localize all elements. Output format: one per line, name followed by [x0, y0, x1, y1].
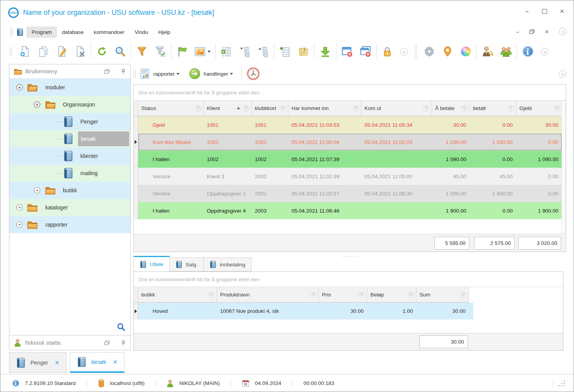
horizontal-splitter[interactable] — [133, 252, 566, 256]
column-header-betalt[interactable]: betalt — [470, 101, 516, 116]
group-by-band[interactable]: Dra en kolonneoverskrift hit for å grupp… — [134, 85, 566, 101]
column-list-button[interactable] — [217, 43, 236, 60]
close-window-button[interactable] — [338, 43, 356, 60]
column-filter-icon[interactable] — [460, 292, 467, 298]
cell-inn[interactable]: 05.04.2021 11:07:39 — [288, 151, 361, 168]
float-panel-icon[interactable] — [104, 69, 110, 74]
cell-ut[interactable] — [361, 151, 432, 168]
column-filter-icon[interactable] — [461, 105, 467, 112]
mdi-restore-button[interactable] — [529, 29, 535, 34]
tab-utleie[interactable]: Utleie — [133, 256, 170, 271]
cell-status[interactable]: Venstre — [138, 185, 204, 202]
detail-row-selected[interactable]: Hoved 10067 Noe produkt 4, stk 30.00 1.0… — [134, 303, 473, 319]
tab-innbetaling[interactable]: innbetaling — [204, 257, 251, 271]
cell-status[interactable]: Kom ikke tilbake — [138, 133, 204, 151]
column-header-kom-ut[interactable]: Kom ut — [361, 101, 432, 116]
cell-betalt[interactable]: 0.00 — [470, 151, 516, 168]
cell-klubbkort[interactable]: 1001 — [252, 116, 288, 133]
pin-panel-icon[interactable] — [121, 340, 126, 346]
resize-grip-icon[interactable] — [558, 380, 565, 387]
cell-klubbkort[interactable]: 1002 — [252, 151, 288, 168]
column-filter-icon[interactable] — [208, 292, 215, 298]
column-filter-icon[interactable] — [310, 292, 316, 298]
column-filter-icon[interactable] — [359, 292, 365, 298]
tree-item-klienter[interactable]: klienter — [9, 147, 130, 165]
cell-a-betale[interactable]: 1 090.00 — [432, 151, 470, 168]
cell-a-betale[interactable]: 45.00 — [432, 168, 470, 185]
tree-item-kataloger[interactable]: kataloger — [9, 199, 130, 216]
cell-ut[interactable]: 05.04.2021 11:05:00 — [361, 168, 432, 185]
column-filter-icon[interactable] — [280, 105, 286, 112]
schedule-button[interactable] — [247, 67, 260, 80]
column-header-a-betale[interactable]: Å betale — [432, 101, 470, 116]
close-tab-icon[interactable] — [113, 359, 117, 365]
collapse-tree-button[interactable] — [236, 43, 254, 60]
tree-item-penger[interactable]: Penger — [9, 113, 130, 130]
cell-ut[interactable]: 05.04.2021 11:02:03 — [361, 133, 432, 151]
menu-database[interactable]: database — [57, 27, 89, 38]
cell-klubbkort[interactable]: 2001 — [252, 185, 288, 202]
cell-inn[interactable]: 05.04.2021 11:03:53 — [288, 116, 361, 133]
table-row[interactable]: Venstre Klient 3 2002 05.04.2021 11:02:3… — [134, 168, 566, 185]
cell-betalt[interactable]: 0.00 — [470, 202, 516, 219]
edit-record-button[interactable] — [52, 43, 71, 60]
expand-tree-button[interactable] — [254, 43, 272, 60]
menu-vindu[interactable]: Vindu — [130, 27, 153, 38]
notes-button[interactable] — [294, 43, 313, 60]
menu-hjelp[interactable]: Hjelp — [153, 27, 175, 38]
cell-butikk[interactable]: Hoved — [138, 303, 217, 319]
close-tab-icon[interactable] — [55, 360, 59, 366]
cell-gjeld[interactable]: 1 900.00 — [516, 202, 562, 219]
cell-betalt[interactable]: 45.00 — [470, 168, 516, 185]
cell-ut[interactable]: 05.04.2021 11:06:30 — [361, 185, 432, 202]
support-panel-header[interactable]: Teknisk støtte — [9, 335, 130, 350]
column-header-butikk[interactable]: butikk — [138, 287, 217, 303]
close-all-windows-button[interactable] — [356, 43, 375, 60]
vertical-scrollbar[interactable] — [562, 101, 565, 233]
tree-item-organisasjon[interactable]: Organisasjon — [9, 96, 130, 113]
apply-filter-button[interactable] — [151, 43, 169, 60]
lock-button[interactable] — [378, 43, 396, 60]
column-header-status[interactable]: Status — [138, 101, 204, 116]
column-filter-icon[interactable] — [508, 105, 514, 112]
column-header-pris[interactable]: Pris — [319, 287, 367, 303]
collapse-node-icon[interactable] — [34, 101, 41, 108]
cell-status[interactable]: I hallen — [138, 151, 204, 168]
cell-ut[interactable]: 05.04.2021 11:05:34 — [361, 116, 432, 133]
cell-sum[interactable]: 30.00 — [416, 303, 469, 319]
cell-belop[interactable]: 1.00 — [367, 303, 416, 319]
column-header-gjeld[interactable]: Gjeld — [516, 101, 562, 116]
toolbar-overflow-icon[interactable] — [400, 48, 408, 55]
expand-node-icon[interactable] — [16, 204, 23, 211]
pin-panel-icon[interactable] — [121, 69, 126, 74]
search-button[interactable] — [111, 43, 129, 60]
cell-pris[interactable]: 30.00 — [319, 303, 367, 319]
tree-item-mailing[interactable]: mailing — [9, 165, 130, 182]
settings-button[interactable] — [420, 43, 438, 60]
cell-klubbkort[interactable]: 2002 — [252, 168, 288, 185]
export-button[interactable] — [316, 43, 334, 60]
close-button[interactable] — [559, 8, 565, 14]
filter-button[interactable] — [133, 43, 151, 60]
cell-betalt[interactable]: 0.00 — [470, 116, 516, 133]
cell-inn[interactable]: 05.04.2021 11:06:46 — [288, 202, 361, 219]
column-header-klubbkort[interactable]: klubbkort — [252, 101, 288, 116]
cell-klient[interactable]: 1001 — [204, 116, 252, 133]
column-header-klient[interactable]: Klient — [204, 101, 252, 116]
cell-klient[interactable]: Klient 3 — [204, 168, 252, 185]
column-filter-icon[interactable] — [408, 292, 414, 298]
cell-klubbkort[interactable]: 2003 — [252, 202, 288, 219]
add-row-button[interactable] — [276, 43, 294, 60]
column-filter-icon[interactable] — [353, 105, 359, 112]
column-filter-icon[interactable] — [195, 105, 201, 112]
toolbar-overflow-icon[interactable] — [559, 70, 566, 78]
window-tab-penger[interactable]: Penger — [9, 352, 67, 373]
cell-status[interactable]: Venstre — [138, 168, 204, 185]
menu-kommandoer[interactable]: kommandoer — [89, 27, 130, 38]
info-button[interactable] — [519, 43, 537, 60]
cell-betalt[interactable]: 1 030.00 — [470, 133, 516, 151]
cell-gjeld[interactable]: 30.00 — [516, 116, 562, 133]
cell-produktnavn[interactable]: 10067 Noe produkt 4, stk — [217, 303, 319, 319]
tab-salg[interactable]: Salg. — [170, 257, 204, 271]
group-by-band[interactable]: Dra en kolonneoverskrift hit for å grupp… — [134, 272, 563, 287]
